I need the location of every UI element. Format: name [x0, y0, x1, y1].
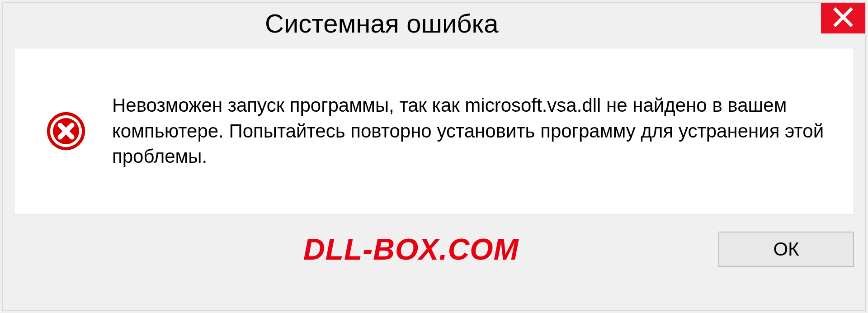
content-panel: Невозможен запуск программы, так как mic… — [14, 48, 854, 214]
close-button[interactable] — [821, 3, 865, 33]
ok-button[interactable]: ОК — [718, 232, 854, 267]
error-icon — [46, 111, 86, 151]
dialog-title: Системная ошибка — [3, 3, 498, 38]
close-icon — [833, 7, 854, 29]
error-message: Невозможен запуск программы, так как mic… — [112, 93, 826, 170]
error-dialog: Системная ошибка Невозможен запуск прогр… — [2, 2, 866, 311]
titlebar: Системная ошибка — [3, 3, 865, 43]
dialog-footer: DLL-BOX.COM ОК — [3, 214, 865, 267]
watermark-text: DLL-BOX.COM — [14, 232, 519, 266]
